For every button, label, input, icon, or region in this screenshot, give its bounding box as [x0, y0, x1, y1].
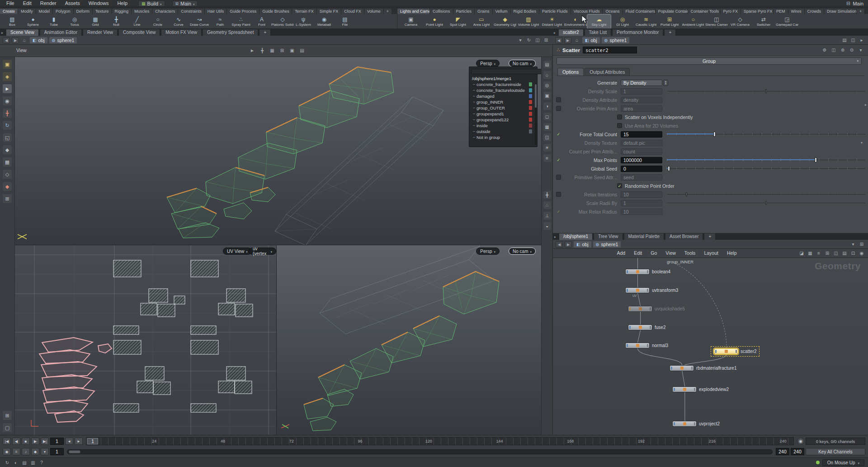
- forward-arrow-icon[interactable]: ▶: [564, 37, 571, 43]
- network-maximize-icon[interactable]: ⊞: [858, 241, 865, 248]
- node-fuse2[interactable]: fuse2: [628, 324, 665, 330]
- key-pose-icon[interactable]: ◆: [3, 182, 12, 191]
- param-checkbox[interactable]: [617, 183, 622, 188]
- slider-handle[interactable]: [668, 166, 670, 171]
- menubar-item[interactable]: Render: [37, 0, 60, 7]
- net-list-icon[interactable]: ≡: [815, 250, 822, 257]
- tool-spray-paint[interactable]: ∴ Spray Paint: [231, 14, 251, 29]
- pane-tab[interactable]: +: [259, 29, 271, 36]
- node-body[interactable]: [672, 386, 697, 392]
- show-selection-icon[interactable]: ►: [249, 47, 256, 54]
- shelf-tab[interactable]: +: [857, 9, 865, 14]
- snapshot-icon[interactable]: ◫: [543, 133, 551, 141]
- param-value-field[interactable]: By Density: [621, 80, 662, 86]
- move-tool-icon[interactable]: ╋: [3, 109, 12, 118]
- param-value-field[interactable]: area: [621, 105, 662, 112]
- param-slider[interactable]: [667, 200, 865, 206]
- param-value-field[interactable]: seed: [621, 174, 662, 181]
- pane-tab[interactable]: /obj/sphere1: [559, 234, 593, 240]
- pose-tool-icon[interactable]: ◆: [3, 145, 12, 154]
- tool-portal-light[interactable]: ⊞ Portal Light: [658, 14, 681, 29]
- hide-panel-icon[interactable]: ▢: [3, 423, 12, 432]
- param-enable-toggle[interactable]: [556, 157, 561, 162]
- param-value-field[interactable]: default.pic: [621, 140, 662, 146]
- param-enable-toggle[interactable]: [556, 97, 561, 102]
- tool-sky-light[interactable]: ☁ Sky Light: [587, 14, 611, 29]
- status-help-icon[interactable]: ?: [38, 459, 45, 466]
- breadcrumb-node[interactable]: ◍ sphere1: [602, 37, 630, 43]
- status-cook-icon[interactable]: ◐: [12, 459, 19, 466]
- group-list-item[interactable]: damaged: [471, 93, 535, 99]
- node-body[interactable]: [628, 306, 652, 312]
- main-3d-viewport[interactable]: Persp No cam ⚙ ★ /obj/sphere1/merge1 con…: [15, 57, 541, 245]
- display-options-icon[interactable]: ≡: [543, 154, 551, 162]
- back-arrow-icon[interactable]: ◀: [555, 37, 562, 43]
- update-mode-menu[interactable]: On Mouse Up: [822, 459, 864, 466]
- home-icon[interactable]: ⌂: [573, 37, 580, 43]
- shelf-tab[interactable]: Pyro FX: [721, 9, 741, 14]
- pane-split-icon[interactable]: ◫: [534, 37, 541, 43]
- tool-box[interactable]: ▧ Box: [2, 14, 23, 29]
- node-name-field[interactable]: [583, 47, 637, 53]
- node-body[interactable]: [714, 348, 738, 354]
- network-menu-item[interactable]: Layout: [700, 250, 722, 256]
- snap-options-icon[interactable]: ▦: [3, 157, 12, 167]
- net-split-icon[interactable]: ◫: [832, 250, 840, 257]
- group-list-item[interactable]: groupexpand1: [471, 111, 535, 117]
- shelf-tab[interactable]: Guide Brushes: [259, 9, 292, 14]
- camera-list-icon[interactable]: ▤: [298, 47, 306, 54]
- param-slider[interactable]: [667, 131, 865, 137]
- multiview-icon[interactable]: ⊞: [278, 47, 286, 54]
- geometry-state-icon[interactable]: ◈: [3, 72, 12, 81]
- node-boolean4[interactable]: boolean4: [625, 269, 670, 275]
- param-zoom-in-icon[interactable]: ⊕: [839, 47, 846, 53]
- node-explodedview2[interactable]: explodedview2: [672, 386, 729, 392]
- pane-tab[interactable]: Motion FX View: [161, 29, 202, 36]
- node-body[interactable]: [670, 365, 694, 371]
- net-tools-icon[interactable]: ◪: [798, 250, 805, 257]
- menubar-item[interactable]: Assets: [61, 0, 84, 7]
- param-value-field[interactable]: 15: [621, 131, 662, 138]
- shelf-tab[interactable]: Crowds: [805, 9, 825, 14]
- tool-line[interactable]: ╱ Line: [127, 14, 147, 29]
- pane-tab[interactable]: Material Palette: [624, 234, 664, 240]
- next-key-button[interactable]: ►: [75, 438, 83, 445]
- network-menu-item[interactable]: View: [662, 250, 679, 256]
- shelf-tab[interactable]: Wires: [788, 9, 805, 14]
- tool-sphere[interactable]: ● Sphere: [23, 14, 43, 29]
- tool-area-light[interactable]: ▭ Area Light: [470, 14, 493, 29]
- node-uvquickshade5[interactable]: uvquickshade5: [628, 306, 685, 312]
- pane-pin-icon[interactable]: ▸: [554, 31, 556, 35]
- shelf-tab[interactable]: PEM: [774, 9, 788, 14]
- handles-icon[interactable]: ╋: [543, 191, 551, 199]
- param-enable-toggle[interactable]: [556, 175, 561, 180]
- network-graph[interactable]: Geometry group_INNER boolean4 uvtransfor…: [553, 258, 868, 435]
- range-slider-handle[interactable]: [69, 450, 80, 453]
- desktop-selector[interactable]: ▦ Build: [138, 0, 165, 7]
- group-list-item[interactable]: group_INNER: [471, 99, 535, 105]
- pane-tab[interactable]: Scene View: [6, 29, 39, 36]
- param-list-icon[interactable]: ▤: [841, 37, 848, 43]
- home-view-icon[interactable]: ⌂: [543, 71, 551, 79]
- param-slider[interactable]: [667, 157, 865, 163]
- node-group-inner[interactable]: group_INNER: [667, 259, 693, 265]
- shelf-tab[interactable]: Deform: [74, 9, 93, 14]
- shelf-tab[interactable]: Rigid Bodies: [511, 9, 540, 14]
- tool-vr-camera[interactable]: ◇ VR Camera: [728, 14, 752, 29]
- menubar-item[interactable]: File: [3, 0, 18, 7]
- prev-key-button[interactable]: ◄: [65, 438, 73, 445]
- breadcrumb-root[interactable]: ◧ obj: [582, 37, 600, 43]
- shelf-tab[interactable]: Characters: [152, 9, 178, 14]
- play-button[interactable]: ▶: [31, 438, 39, 445]
- construction-plane-icon[interactable]: ◇: [3, 170, 12, 179]
- tool-gi-light[interactable]: ◎ GI Light: [611, 14, 634, 29]
- node-uvtransform3[interactable]: uvtransform3 uv: [625, 287, 678, 293]
- pane-tab[interactable]: Take List: [585, 29, 611, 36]
- param-checkbox[interactable]: [617, 114, 622, 119]
- pane-tab[interactable]: Animation Editor: [40, 29, 82, 36]
- shelf-tab[interactable]: Hair Utils: [205, 9, 227, 14]
- tool-camera[interactable]: ▣ Camera: [399, 14, 423, 29]
- param-value-field[interactable]: 0: [621, 166, 662, 172]
- group-list-item[interactable]: concrete_fractureinside: [471, 81, 535, 87]
- slider-handle[interactable]: [686, 192, 687, 196]
